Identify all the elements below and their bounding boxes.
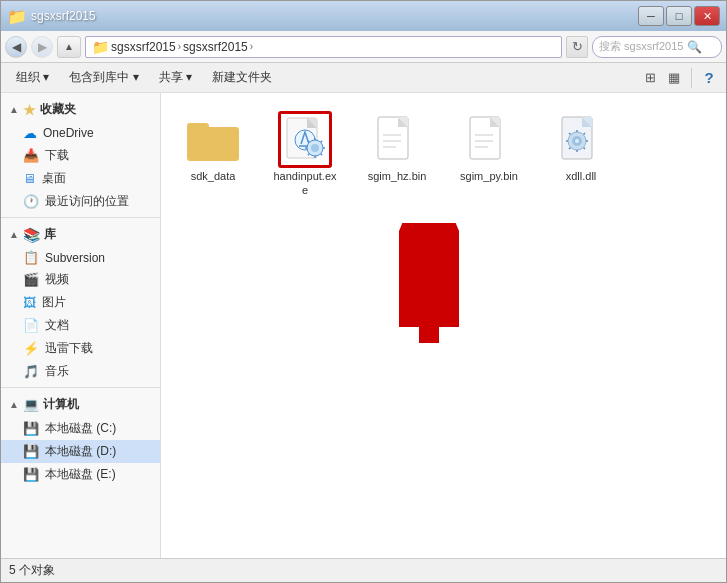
exe-icon-svg xyxy=(283,116,327,160)
desktop-label: 桌面 xyxy=(42,170,66,187)
window-folder-icon: 📁 xyxy=(7,7,27,26)
svg-rect-29 xyxy=(419,253,439,343)
sidebar-item-drive-e[interactable]: 💾 本地磁盘 (E:) xyxy=(1,463,160,486)
folder-icon-path: 📁 xyxy=(92,39,109,55)
red-arrow-svg xyxy=(399,223,459,353)
pictures-label: 图片 xyxy=(42,294,66,311)
sgim-hz-label: sgim_hz.bin xyxy=(368,169,427,183)
address-path[interactable]: 📁 sgsxsrf2015 › sgsxsrf2015 › xyxy=(85,36,562,58)
sidebar-item-xunlei[interactable]: ⚡ 迅雷下载 xyxy=(1,337,160,360)
file-item-sgim-hz[interactable]: sgim_hz.bin xyxy=(361,109,433,202)
up-button[interactable]: ▲ xyxy=(57,36,81,58)
back-button[interactable]: ◀ xyxy=(5,36,27,58)
favorites-group: ▲ ★ 收藏夹 ☁ OneDrive 📥 下载 🖥 桌面 🕐 xyxy=(1,97,160,213)
music-icon: 🎵 xyxy=(23,364,39,379)
main-area: ▲ ★ 收藏夹 ☁ OneDrive 📥 下载 🖥 桌面 🕐 xyxy=(1,93,726,558)
exe-highlight-border xyxy=(278,111,332,168)
star-icon: ★ xyxy=(23,102,36,118)
computer-header[interactable]: ▲ 💻 计算机 xyxy=(1,392,160,417)
xdll-icon-container xyxy=(555,113,607,165)
address-bar: ◀ ▶ ▲ 📁 sgsxsrf2015 › sgsxsrf2015 › ↻ 搜索… xyxy=(1,31,726,63)
svg-marker-28 xyxy=(409,228,449,253)
computer-label: 计算机 xyxy=(43,396,79,413)
organize-button[interactable]: 组织 ▾ xyxy=(7,66,58,90)
path-segment-2: sgsxsrf2015 xyxy=(183,40,248,54)
window-title: sgsxsrf2015 xyxy=(31,9,96,23)
video-label: 视频 xyxy=(45,271,69,288)
status-count: 5 个对象 xyxy=(9,562,55,579)
xdll-label: xdll.dll xyxy=(566,169,597,183)
sdk-data-label: sdk_data xyxy=(191,169,236,183)
include-in-button[interactable]: 包含到库中 ▾ xyxy=(60,66,147,90)
sgim-py-label: sgim_py.bin xyxy=(460,169,518,183)
desktop-icon: 🖥 xyxy=(23,171,36,186)
bin-icon-hz-svg xyxy=(376,115,418,163)
search-icon[interactable]: 🔍 xyxy=(687,40,702,54)
libraries-group: ▲ 📚 库 📋 Subversion 🎬 视频 🖼 图片 📄 xyxy=(1,222,160,383)
sidebar-item-pictures[interactable]: 🖼 图片 xyxy=(1,291,160,314)
path-segment-1: sgsxsrf2015 xyxy=(111,40,176,54)
divider-1 xyxy=(1,217,160,218)
path-arrow-1: › xyxy=(178,41,181,52)
music-label: 音乐 xyxy=(45,363,69,380)
subversion-label: Subversion xyxy=(45,251,105,265)
svg-point-7 xyxy=(311,144,319,152)
downloads-icon: 📥 xyxy=(23,148,39,163)
file-item-sgim-py[interactable]: sgim_py.bin xyxy=(453,109,525,202)
share-button[interactable]: 共享 ▾ xyxy=(150,66,201,90)
help-button[interactable]: ? xyxy=(698,67,720,89)
subversion-icon: 📋 xyxy=(23,250,39,265)
favorites-label: 收藏夹 xyxy=(40,101,76,118)
expand-icon-lib: ▲ xyxy=(9,229,19,240)
search-placeholder: 搜索 sgsxsrf2015 xyxy=(599,39,683,54)
file-item-handinput[interactable]: handinput.exe xyxy=(269,109,341,202)
file-item-sdk-data[interactable]: sdk_data xyxy=(177,109,249,202)
maximize-button[interactable]: □ xyxy=(666,6,692,26)
pictures-icon: 🖼 xyxy=(23,295,36,310)
sidebar-item-drive-c[interactable]: 💾 本地磁盘 (C:) xyxy=(1,417,160,440)
sidebar-item-documents[interactable]: 📄 文档 xyxy=(1,314,160,337)
drive-e-label: 本地磁盘 (E:) xyxy=(45,466,116,483)
refresh-button[interactable]: ↻ xyxy=(566,36,588,58)
computer-icon: 💻 xyxy=(23,397,39,412)
divider-2 xyxy=(1,387,160,388)
file-item-xdll[interactable]: xdll.dll xyxy=(545,109,617,202)
sidebar-item-video[interactable]: 🎬 视频 xyxy=(1,268,160,291)
sidebar-item-onedrive[interactable]: ☁ OneDrive xyxy=(1,122,160,144)
toolbar: 组织 ▾ 包含到库中 ▾ 共享 ▾ 新建文件夹 ⊞ ▦ ? xyxy=(1,63,726,93)
sidebar-item-music[interactable]: 🎵 音乐 xyxy=(1,360,160,383)
downloads-label: 下载 xyxy=(45,147,69,164)
toolbar-right: ⊞ ▦ ? xyxy=(639,67,720,89)
libraries-header[interactable]: ▲ 📚 库 xyxy=(1,222,160,247)
arrow-annotation xyxy=(399,223,459,356)
handinput-label: handinput.exe xyxy=(273,169,337,198)
new-folder-button[interactable]: 新建文件夹 xyxy=(203,66,281,90)
sidebar-item-downloads[interactable]: 📥 下载 xyxy=(1,144,160,167)
preview-pane-button[interactable]: ▦ xyxy=(663,67,685,89)
close-button[interactable]: ✕ xyxy=(694,6,720,26)
title-bar: 📁 sgsxsrf2015 ─ □ ✕ xyxy=(1,1,726,31)
expand-icon: ▲ xyxy=(9,104,19,115)
sidebar-item-recent[interactable]: 🕐 最近访问的位置 xyxy=(1,190,160,213)
files-grid: sdk_data xyxy=(177,109,710,202)
favorites-header[interactable]: ▲ ★ 收藏夹 xyxy=(1,97,160,122)
sgim-hz-icon-container xyxy=(371,113,423,165)
folder-icon-svg xyxy=(187,117,239,161)
onedrive-label: OneDrive xyxy=(43,126,94,140)
drive-c-icon: 💾 xyxy=(23,421,39,436)
recent-icon: 🕐 xyxy=(23,194,39,209)
onedrive-icon: ☁ xyxy=(23,125,37,141)
sidebar-item-subversion[interactable]: 📋 Subversion xyxy=(1,247,160,268)
drive-c-label: 本地磁盘 (C:) xyxy=(45,420,116,437)
view-options-button[interactable]: ⊞ xyxy=(639,67,661,89)
sidebar-item-desktop[interactable]: 🖥 桌面 xyxy=(1,167,160,190)
minimize-button[interactable]: ─ xyxy=(638,6,664,26)
forward-button[interactable]: ▶ xyxy=(31,36,53,58)
sgim-py-icon-container xyxy=(463,113,515,165)
search-box[interactable]: 搜索 sgsxsrf2015 🔍 xyxy=(592,36,722,58)
explorer-window: 📁 sgsxsrf2015 ─ □ ✕ ◀ ▶ ▲ 📁 sgsxsrf2015 … xyxy=(0,0,727,583)
drive-e-icon: 💾 xyxy=(23,467,39,482)
toolbar-separator xyxy=(691,68,692,88)
sidebar-item-drive-d[interactable]: 💾 本地磁盘 (D:) xyxy=(1,440,160,463)
svg-point-25 xyxy=(575,139,579,143)
